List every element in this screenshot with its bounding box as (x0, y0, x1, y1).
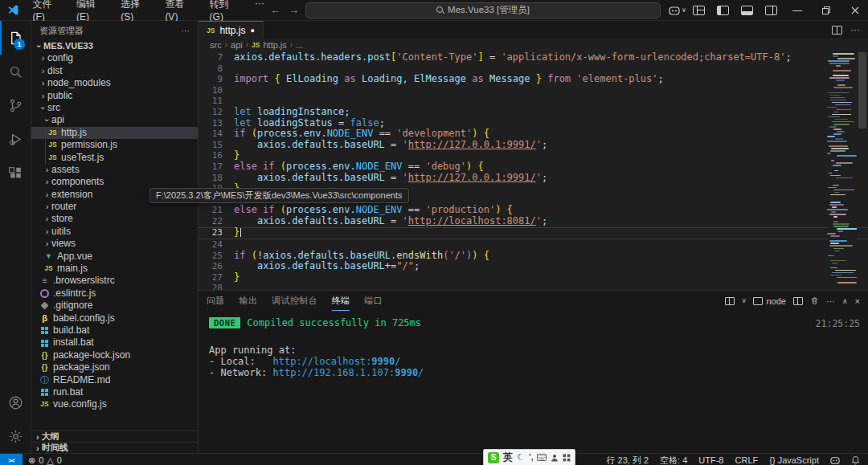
panel-more-icon[interactable]: ··· (826, 296, 835, 306)
minimize-button[interactable]: — (784, 0, 810, 20)
code-line-24[interactable]: 24 (199, 239, 868, 251)
tree-folder-src[interactable]: ›src (31, 102, 198, 114)
code-line-11[interactable]: 11 (199, 96, 868, 107)
terminal-link-port[interactable]: 9990 (395, 367, 418, 378)
new-terminal-icon[interactable] (725, 297, 735, 305)
problems-status[interactable]: ⊗0 △0 (23, 455, 62, 465)
tree-folder-node_modules[interactable]: ›node_modules (31, 77, 198, 89)
code-line-26[interactable]: 26 axios.defaults.baseURL+="/"; (199, 261, 868, 272)
code-line-12[interactable]: 12let loadingInstance; (199, 107, 868, 118)
toggle-secondary-sidebar-icon[interactable] (760, 2, 781, 18)
tree-file-usetest.js[interactable]: JSuseTest.js (31, 152, 198, 164)
status-item[interactable]: 空格: 4 (660, 455, 687, 465)
close-button[interactable] (842, 0, 868, 20)
tree-file-run.bat[interactable]: run.bat (31, 386, 198, 398)
panel-tab-问题[interactable]: 问题 (207, 291, 225, 311)
tree-folder-config[interactable]: ›config (31, 52, 198, 64)
code-line-21[interactable]: 21else if (process.env.NODE_ENV == 'prod… (199, 205, 868, 216)
close-panel-icon[interactable]: × (855, 296, 860, 306)
code-line-8[interactable]: 8 (199, 63, 868, 75)
editor-more-actions-icon[interactable]: ··· (850, 24, 860, 35)
sidebar-more-icon[interactable]: ··· (181, 26, 190, 35)
tree-folder-public[interactable]: ›public (31, 90, 198, 102)
breadcrumb[interactable]: src›api›JShttp.js›... (199, 39, 868, 51)
tree-file-.eslintrc.js[interactable]: .eslintrc.js (31, 288, 198, 300)
nav-back-icon[interactable]: ← (270, 4, 280, 16)
code-line-18[interactable]: 18 axios.defaults.baseURL = 'http://127.… (199, 173, 868, 184)
panel-tab-调试控制台[interactable]: 调试控制台 (272, 291, 317, 311)
source-control-icon[interactable] (0, 88, 31, 122)
terminal-instance-node[interactable]: node (753, 296, 785, 306)
command-center-search[interactable]: Mes.Vue33 [管理员] (305, 2, 661, 18)
tree-file-app.vue[interactable]: ▼App.vue (31, 251, 198, 263)
split-editor-icon[interactable] (832, 26, 842, 35)
ime-toolbox-icon[interactable] (563, 454, 571, 462)
remote-indicator[interactable]: >< (0, 454, 23, 465)
panel-tab-端口[interactable]: 端口 (364, 291, 383, 311)
maximize-panel-icon[interactable]: ∧ (842, 297, 848, 305)
search-view-icon[interactable] (0, 55, 31, 88)
status-item[interactable]: 行 23, 列 2 (607, 455, 649, 465)
panel-tab-终端[interactable]: 终端 (332, 291, 350, 311)
toggle-sidebar-icon[interactable] (712, 2, 733, 18)
extensions-icon[interactable] (0, 156, 31, 190)
tree-file-http.js[interactable]: JShttp.js (31, 127, 198, 139)
code-line-22[interactable]: 22 axios.defaults.baseURL = 'http://loca… (199, 216, 868, 227)
code-editor[interactable]: 7axios.defaults.headers.post['Content-Ty… (199, 51, 868, 290)
ime-punctuation-icon[interactable]: ’, (529, 453, 534, 462)
outline-section[interactable]: › 大纲 (31, 430, 198, 442)
code-line-7[interactable]: 7axios.defaults.headers.post['Content-Ty… (199, 52, 868, 63)
status-item[interactable]: CRLF (735, 455, 759, 465)
ime-mode-label[interactable]: 英 (503, 451, 513, 464)
nav-forward-icon[interactable]: → (289, 4, 299, 16)
terminal-dropdown-icon[interactable]: ∨ (742, 297, 747, 304)
modified-dot-icon[interactable]: ● (250, 27, 254, 35)
tab-http-js[interactable]: JS http.js ● (199, 21, 264, 39)
code-line-15[interactable]: 15 axios.defaults.baseURL = 'http://127.… (199, 140, 868, 151)
toggle-panel-icon[interactable] (736, 2, 757, 18)
code-line-9[interactable]: 9import { ElLoading as Loading, ElMessag… (199, 74, 868, 85)
code-line-10[interactable]: 10 (199, 85, 868, 96)
panel-tab-输出[interactable]: 输出 (240, 291, 258, 311)
code-line-27[interactable]: 27} (199, 272, 868, 283)
timeline-section[interactable]: › 时间线 (31, 442, 198, 453)
tree-file-.gitignore[interactable]: .gitignore (31, 300, 198, 312)
tree-file-readme.md[interactable]: ⓘREADME.md (31, 374, 198, 386)
code-line-23[interactable]: 23} (199, 227, 868, 240)
tree-folder-api[interactable]: ›api (31, 114, 198, 126)
kill-terminal-icon[interactable] (810, 296, 819, 305)
tree-file-main.js[interactable]: JSmain.js (31, 263, 198, 275)
customize-layout-icon[interactable] (688, 2, 709, 18)
code-line-28[interactable]: 28 (199, 283, 868, 290)
copilot-icon[interactable]: ∨ (667, 2, 688, 18)
code-line-17[interactable]: 17else if (process.env.NODE_ENV == 'debu… (199, 161, 868, 173)
tree-folder-assets[interactable]: ›assets (31, 164, 198, 176)
tree-file-install.bat[interactable]: install.bat (31, 337, 198, 349)
tree-folder-components[interactable]: ›components (31, 176, 198, 188)
tree-folder-views[interactable]: ›views (31, 238, 198, 250)
tree-folder-uitils[interactable]: ›uitils (31, 226, 198, 238)
tree-folder-dist[interactable]: ›dist (31, 65, 198, 77)
code-line-25[interactable]: 25if (!axios.defaults.baseURL.endsWith('… (199, 251, 868, 262)
sogou-logo-icon[interactable]: S (488, 452, 499, 463)
terminal[interactable]: DONE Compiled successfully in 725ms 21:2… (199, 311, 868, 453)
breadcrumb-item[interactable]: api (231, 40, 243, 50)
code-line-16[interactable]: 16} (199, 150, 868, 161)
settings-gear-icon[interactable] (0, 419, 31, 453)
terminal-link[interactable]: / (418, 367, 424, 378)
restore-button[interactable] (813, 0, 839, 20)
feedback-icon[interactable] (830, 456, 840, 465)
tree-file-babel.config.js[interactable]: βbabel.config.js (31, 312, 198, 324)
terminal-link[interactable]: http://localhost: (272, 356, 371, 367)
account-icon[interactable] (0, 385, 31, 419)
tree-file-permission.js[interactable]: JSpermission.js (31, 139, 198, 151)
breadcrumb-item[interactable]: ... (296, 40, 303, 50)
split-terminal-icon[interactable] (793, 297, 803, 305)
code-line-14[interactable]: 14if (process.env.NODE_ENV == 'developme… (199, 128, 868, 140)
tree-file-vue.config.js[interactable]: JSvue.config.js (31, 398, 198, 410)
breadcrumb-item[interactable]: src (210, 40, 222, 50)
minimap[interactable] (827, 51, 857, 290)
tree-folder-mes.vue33[interactable]: ›MES.VUE33 (31, 40, 198, 52)
terminal-link-port[interactable]: 9990 (371, 356, 395, 367)
editor-scrollbar[interactable] (857, 51, 868, 290)
